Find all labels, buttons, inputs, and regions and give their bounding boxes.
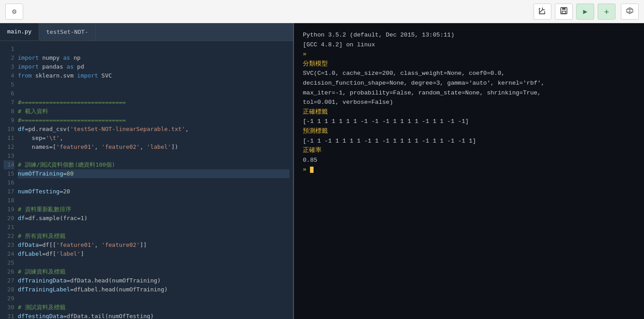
export-button[interactable]: [534, 4, 551, 20]
code-content: import numpy as np import pandas as pd f…: [16, 41, 293, 319]
gear-button[interactable]: ⚙: [5, 4, 23, 20]
terminal-line-1: Python 3.5.2 (default, Dec 2015, 13:05:1…: [303, 30, 635, 40]
run-button[interactable]: ▶: [576, 4, 594, 20]
add-icon: +: [604, 7, 609, 16]
cube-icon: [626, 7, 634, 16]
svg-rect-2: [562, 11, 566, 13]
run-icon: ▶: [583, 7, 587, 16]
export-icon: [538, 7, 546, 16]
terminal-svc-3: max_iter=-1, probability=False, random_s…: [303, 88, 635, 98]
terminal-svc-1: SVC(C=1.0, cache_size=200, class_weight=…: [303, 69, 635, 78]
gear-icon: ⚙: [12, 7, 16, 16]
terminal-svc-4: tol=0.001, verbose=False): [303, 98, 635, 107]
tab-testset[interactable]: testSet-NOT-: [39, 23, 96, 41]
tabs-bar: main.py testSet-NOT-: [0, 23, 293, 41]
terminal-labels-1: [-1 1 1 1 1 1 1 -1 -1 -1 1 1 1 1 -1 1 1 …: [303, 117, 635, 127]
terminal-section-2: 正確標籤: [303, 107, 635, 117]
editor-panel: main.py testSet-NOT- 12345 678910 111213…: [0, 23, 294, 319]
terminal-line-2: [GCC 4.8.2] on linux: [303, 40, 635, 50]
add-button[interactable]: +: [598, 4, 615, 20]
save-button[interactable]: [555, 4, 573, 20]
tab-main-label: main.py: [7, 28, 32, 35]
terminal-section-4: 正確率: [303, 146, 635, 155]
terminal-svc-2: decision_function_shape=None, degree=3, …: [303, 78, 635, 88]
terminal-accuracy: 0.85: [303, 155, 635, 165]
line-numbers: 12345 678910 1112131415 1617181920 21222…: [0, 41, 16, 319]
terminal-panel: Python 3.5.2 (default, Dec 2015, 13:05:1…: [294, 23, 644, 319]
terminal-prompt-1: »: [303, 49, 635, 59]
main-content: main.py testSet-NOT- 12345 678910 111213…: [0, 23, 644, 319]
terminal-cursor: [310, 167, 314, 173]
terminal-section-3: 預測標籤: [303, 127, 635, 136]
save-icon: [560, 7, 568, 16]
code-area[interactable]: 12345 678910 1112131415 1617181920 21222…: [0, 41, 293, 319]
tab-testset-label: testSet-NOT-: [46, 29, 88, 35]
tab-main[interactable]: main.py: [0, 23, 39, 41]
svg-rect-1: [562, 8, 566, 10]
terminal-section-1: 分類模型: [303, 59, 635, 69]
terminal-prompt-2: »: [303, 165, 635, 175]
cube-button[interactable]: [621, 4, 639, 20]
toolbar: ⚙ ▶ +: [0, 0, 644, 23]
terminal-labels-2: [-1 1 -1 1 1 1 1 -1 1 -1 1 1 1 1 -1 1 1 …: [303, 136, 635, 146]
